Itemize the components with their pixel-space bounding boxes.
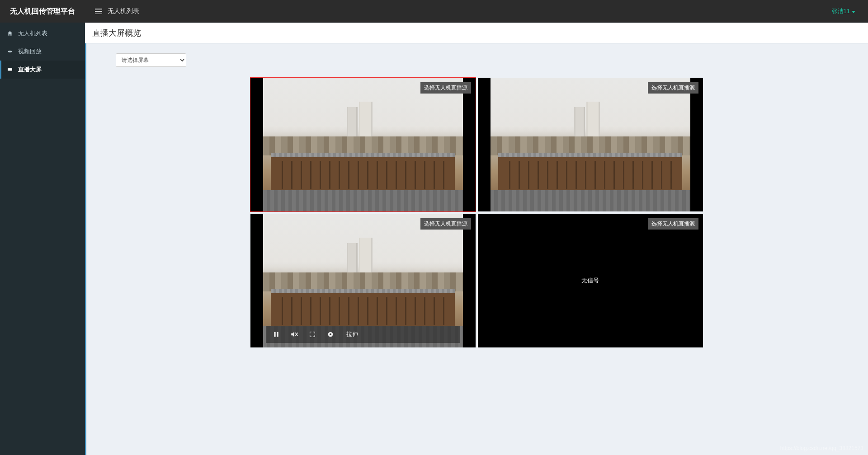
app-header: 无人机回传管理平台 无人机列表 张洁11 (0, 0, 868, 23)
hamburger-icon (95, 9, 102, 14)
svg-point-0 (8, 51, 12, 52)
video-preview (263, 78, 463, 211)
menu-toggle[interactable]: 无人机列表 (95, 7, 139, 15)
svg-rect-3 (274, 332, 275, 337)
screen-icon (6, 66, 14, 73)
sidebar-item-video-playback[interactable]: 视频回放 (0, 42, 85, 61)
no-signal-label: 无信号 (478, 214, 703, 347)
sidebar-item-label: 直播大屏 (18, 66, 42, 74)
video-grid: 选择无人机直播源 选择无人机直播源 选择无人机直播源 (250, 78, 703, 347)
select-source-button[interactable]: 选择无人机直播源 (648, 82, 698, 94)
svg-point-8 (330, 333, 331, 335)
brand-title: 无人机回传管理平台 (0, 7, 85, 16)
video-tile-4[interactable]: 选择无人机直播源 无信号 (478, 214, 703, 347)
scale-mode-button[interactable]: 拉伸 (346, 330, 358, 338)
settings-icon[interactable] (326, 330, 335, 338)
mute-icon[interactable] (290, 330, 298, 338)
user-menu[interactable]: 张洁11 (832, 7, 855, 15)
svg-rect-4 (277, 332, 278, 337)
video-tile-3[interactable]: 选择无人机直播源 (250, 214, 476, 347)
caret-down-icon (852, 11, 855, 13)
user-name: 张洁11 (832, 7, 850, 15)
video-tile-1[interactable]: 选择无人机直播源 (250, 78, 476, 211)
fullscreen-icon[interactable] (308, 330, 316, 338)
video-icon (6, 48, 14, 55)
video-preview (491, 78, 690, 211)
breadcrumb-label: 无人机列表 (108, 7, 139, 15)
pause-icon[interactable] (272, 330, 280, 338)
sidebar-item-drone-list[interactable]: 无人机列表 (0, 24, 85, 42)
svg-rect-1 (8, 68, 12, 71)
page-title: 直播大屏概览 (85, 23, 868, 43)
svg-rect-2 (8, 69, 12, 69)
main-content: 直播大屏概览 请选择屏幕 选择无人机直播源 选择无人机直播源 (85, 23, 868, 455)
content-body: 请选择屏幕 选择无人机直播源 选择无人机直播源 (85, 43, 868, 455)
home-icon (6, 30, 14, 37)
sidebar-item-label: 视频回放 (18, 47, 42, 56)
sidebar-item-label: 无人机列表 (18, 29, 47, 38)
sidebar: 无人机列表 视频回放 直播大屏 (0, 23, 85, 455)
select-source-button[interactable]: 选择无人机直播源 (420, 82, 471, 94)
select-source-button[interactable]: 选择无人机直播源 (420, 218, 471, 230)
sidebar-item-live-screen[interactable]: 直播大屏 (0, 61, 85, 79)
screen-select[interactable]: 请选择屏幕 (116, 53, 186, 67)
select-source-button[interactable]: 选择无人机直播源 (648, 218, 698, 230)
player-controls: 拉伸 (266, 326, 460, 343)
video-tile-2[interactable]: 选择无人机直播源 (478, 78, 703, 211)
